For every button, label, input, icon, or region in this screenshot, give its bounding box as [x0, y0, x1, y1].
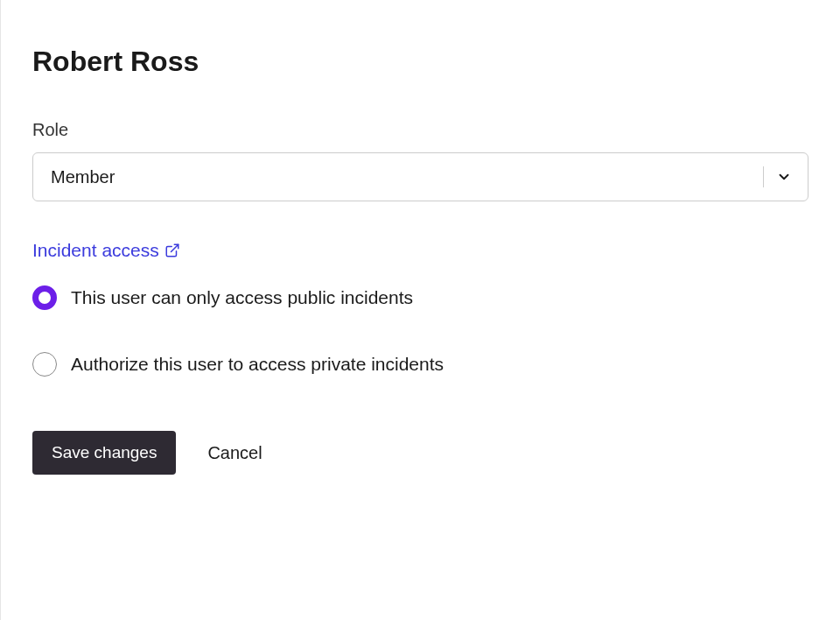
svg-line-0 — [171, 244, 178, 251]
radio-label-private: Authorize this user to access private in… — [71, 354, 444, 375]
role-select[interactable]: Member — [32, 152, 808, 201]
incident-access-link-text: Incident access — [32, 240, 159, 261]
external-link-icon — [164, 243, 180, 258]
role-field: Role Member — [32, 120, 808, 201]
select-separator — [763, 166, 764, 187]
page-title: Robert Ross — [32, 46, 808, 78]
action-buttons: Save changes Cancel — [32, 431, 808, 475]
radio-public-incidents[interactable]: This user can only access public inciden… — [32, 285, 808, 310]
radio-indicator-selected — [32, 285, 57, 310]
select-caret-container — [763, 153, 792, 201]
radio-label-public: This user can only access public inciden… — [71, 287, 413, 308]
role-select-value: Member — [51, 167, 115, 187]
chevron-down-icon — [776, 169, 792, 185]
incident-access-link[interactable]: Incident access — [32, 240, 180, 261]
cancel-button[interactable]: Cancel — [207, 443, 262, 463]
save-button[interactable]: Save changes — [32, 431, 176, 475]
radio-indicator-unselected — [32, 352, 57, 377]
role-label: Role — [32, 120, 808, 140]
incident-access-radio-group: This user can only access public inciden… — [32, 285, 808, 377]
radio-private-incidents[interactable]: Authorize this user to access private in… — [32, 352, 808, 377]
